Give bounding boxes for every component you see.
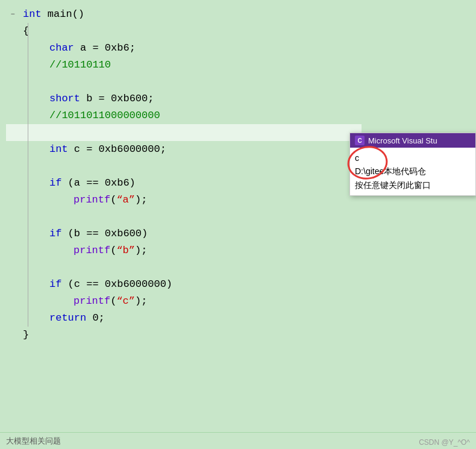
code-line-6: short b = 0xb600; xyxy=(6,90,476,107)
code-line-1: − int main() xyxy=(6,6,476,23)
line-19-text: return 0; xyxy=(23,310,105,327)
vline-9 xyxy=(28,141,28,158)
line-14-text: if (b == 0xb600) xyxy=(23,225,148,242)
code-line-15: printf(“b”); xyxy=(6,242,476,259)
vline-5 xyxy=(28,74,28,90)
code-line-13 xyxy=(6,209,476,225)
code-line-16 xyxy=(6,259,476,276)
code-line-19: return 0; xyxy=(6,310,476,327)
popup-window: C Microsoft Visual Stu c D:\gitee本地代码仓 按… xyxy=(349,133,476,196)
line-3-text: char a = 0xb6; xyxy=(23,40,136,57)
vline-8 xyxy=(28,124,28,141)
vline-2 xyxy=(28,23,28,40)
vline-4 xyxy=(28,57,28,74)
line-17-text: if (c == 0xb6000000) xyxy=(23,276,172,293)
code-line-18: printf(“c”); xyxy=(6,293,476,310)
code-line-7: //1011011000000000 xyxy=(6,107,476,124)
popup-title: Microsoft Visual Stu xyxy=(368,136,437,145)
vline-6 xyxy=(28,90,28,107)
code-line-17: if (c == 0xb6000000) xyxy=(6,276,476,293)
line-18-text: printf(“c”); xyxy=(23,293,147,310)
code-line-2: { xyxy=(6,23,476,40)
vline-12 xyxy=(28,192,28,209)
line-11-text: if (a == 0xb6) xyxy=(23,175,136,192)
code-line-8 xyxy=(6,124,362,141)
vline-10 xyxy=(28,158,28,175)
line-6-text: short b = 0xb600; xyxy=(23,90,154,107)
popup-line2: D:\gitee本地代码仓 xyxy=(355,165,471,178)
popup-line3: 按任意键关闭此窗口 xyxy=(355,178,471,192)
vline-19 xyxy=(28,310,28,327)
vline-17 xyxy=(28,276,28,293)
line-9-text: int c = 0xb6000000; xyxy=(23,141,166,158)
bottom-bar-text: 大模型相关问题 xyxy=(6,436,61,447)
vline-11 xyxy=(28,175,28,192)
vline-3 xyxy=(28,40,28,57)
watermark-text: CSDN @Y_^O^ xyxy=(419,438,470,447)
code-editor: − int main() { char a = 0xb6; //10110110 xyxy=(0,0,476,449)
code-line-4: //10110110 xyxy=(6,57,476,74)
vline-15 xyxy=(28,242,28,259)
popup-line1: c xyxy=(355,151,471,165)
line-7-text: //1011011000000000 xyxy=(23,107,160,124)
popup-body: c D:\gitee本地代码仓 按任意键关闭此窗口 xyxy=(350,148,475,195)
vs-icon: C xyxy=(355,136,365,145)
collapse-icon-1[interactable]: − xyxy=(10,6,14,23)
code-line-3: char a = 0xb6; xyxy=(6,40,476,57)
line-15-text: printf(“b”); xyxy=(23,242,147,259)
line-12-text: printf(“a”); xyxy=(23,192,147,209)
code-line-14: if (b == 0xb600) xyxy=(6,225,476,242)
code-line-5 xyxy=(6,74,476,90)
vline-13 xyxy=(28,209,28,225)
line-20-text: } xyxy=(23,327,29,344)
vline-14 xyxy=(28,225,28,242)
gutter-1: − xyxy=(6,6,23,23)
code-line-20: } xyxy=(6,327,476,344)
vline-16 xyxy=(28,259,28,276)
vline-7 xyxy=(28,107,28,124)
popup-titlebar: C Microsoft Visual Stu xyxy=(350,133,475,148)
vline-18 xyxy=(28,293,28,310)
bottom-bar: 大模型相关问题 xyxy=(0,432,476,449)
line-4-text: //10110110 xyxy=(23,57,111,74)
line-1-text: int main() xyxy=(23,6,84,23)
csdn-watermark: CSDN @Y_^O^ xyxy=(419,438,470,447)
